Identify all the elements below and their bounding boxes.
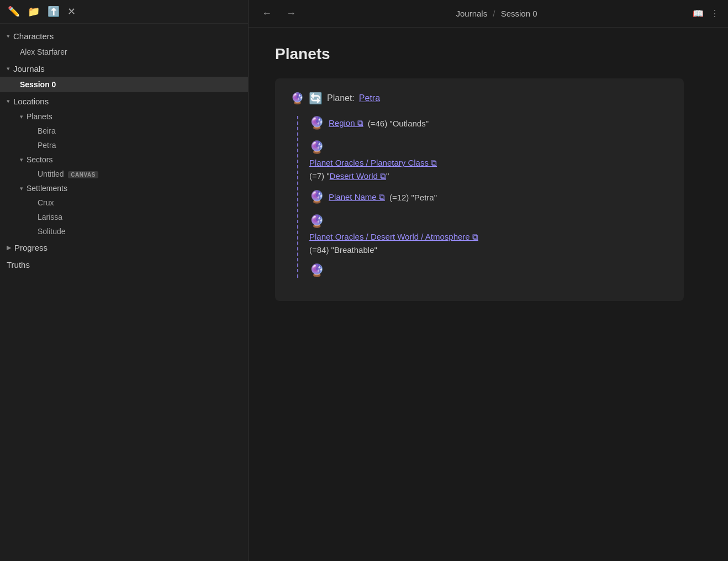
sidebar-item-beira[interactable]: Beira xyxy=(7,124,248,138)
oracle-row-region: 🔮 Region ⧉ (=46) "Outlands" xyxy=(309,116,668,130)
planet-name-globe-icon: 🔮 xyxy=(309,190,324,204)
tree-subgroup-settlements: ▾ Settlements Crux Larissa Solitude xyxy=(7,181,248,239)
planet-prefix: Planet: xyxy=(327,93,355,103)
progress-label: Progress xyxy=(14,243,48,252)
oracle-block-planetary-class-header: 🔮 xyxy=(309,140,668,155)
sectors-label: Sectors xyxy=(27,155,52,164)
tree-group-locations: ▾ Locations ▾ Planets Beira Petra ▾ xyxy=(0,93,248,239)
oracle-block-planetary-class-result: (=7) "Desert World ⧉" xyxy=(309,171,668,181)
characters-label: Characters xyxy=(13,31,54,41)
atmosphere-globe-icon: 🔮 xyxy=(309,214,324,229)
close-icon[interactable]: ✕ xyxy=(67,6,76,18)
region-globe-icon: 🔮 xyxy=(309,116,324,130)
sort-icon[interactable]: ⬆️ xyxy=(48,6,60,18)
sidebar-item-session0[interactable]: Session 0 xyxy=(0,77,248,92)
chevron-locations-icon: ▾ xyxy=(7,98,10,105)
tree-group-characters: ▾ Characters Alex Starfarer xyxy=(0,28,248,60)
page-title: Planets xyxy=(275,45,701,63)
tree-subgroup-planets: ▾ Planets Beira Petra xyxy=(7,109,248,152)
forward-button[interactable]: → xyxy=(282,6,300,22)
refresh-icon: 🔄 xyxy=(309,92,323,105)
breadcrumb-separator: / xyxy=(493,9,495,18)
sidebar-item-settlements[interactable]: ▾ Settlements xyxy=(7,181,248,195)
planetary-class-link[interactable]: Planet Oracles / Planetary Class ⧉ xyxy=(309,158,437,167)
sidebar-item-journals[interactable]: ▾ Journals xyxy=(0,61,248,77)
settlements-label: Settlements xyxy=(27,184,67,193)
atmosphere-result: (=84) "Breathable" xyxy=(309,245,377,255)
sidebar-item-progress[interactable]: ▶ Progress xyxy=(0,240,248,256)
content-card: 🔮 🔄 Planet: Petra 🔮 Region ⧉ (=46) "Outl… xyxy=(275,78,684,301)
sidebar-item-sectors[interactable]: ▾ Sectors xyxy=(7,152,248,167)
tree-group-truths: Truths xyxy=(0,257,248,273)
edit-icon[interactable]: ✏️ xyxy=(8,6,20,18)
folder-plus-icon[interactable]: 📁 xyxy=(28,6,40,18)
planet-name-link[interactable]: Planet Name ⧉ xyxy=(329,192,385,202)
tree-group-journals: ▾ Journals Session 0 xyxy=(0,61,248,92)
sidebar-item-locations[interactable]: ▾ Locations xyxy=(0,93,248,109)
locations-label: Locations xyxy=(13,97,49,106)
region-link[interactable]: Region ⧉ xyxy=(329,118,363,128)
atmosphere-link[interactable]: Planet Oracles / Desert World / Atmosphe… xyxy=(309,232,478,241)
planetary-class-result-prefix: (=7) " xyxy=(309,171,330,181)
planet-name-result: (=12) "Petra" xyxy=(389,193,437,202)
tree-subgroup-sectors: ▾ Sectors Untitled CANVAS xyxy=(7,152,248,181)
chevron-characters-icon: ▾ xyxy=(7,33,10,40)
planet-globe-icon: 🔮 xyxy=(291,92,304,105)
chevron-progress-icon: ▶ xyxy=(7,244,11,251)
back-button[interactable]: ← xyxy=(257,6,276,22)
chevron-sectors-icon: ▾ xyxy=(20,156,23,163)
oracle-block-planetary-class: 🔮 Planet Oracles / Planetary Class ⧉ (=7… xyxy=(309,140,668,181)
chevron-settlements-icon: ▾ xyxy=(20,185,23,192)
planetary-class-result-suffix: " xyxy=(386,171,389,181)
sidebar-content: ▾ Characters Alex Starfarer ▾ Journals S… xyxy=(0,24,248,278)
sidebar-item-crux[interactable]: Crux xyxy=(7,195,248,210)
oracle-block-atmosphere-header: 🔮 xyxy=(309,214,668,229)
planets-label: Planets xyxy=(27,112,52,121)
book-icon-button[interactable]: 📖 xyxy=(693,8,704,19)
region-result: (=46) "Outlands" xyxy=(368,119,429,128)
sidebar-item-larissa[interactable]: Larissa xyxy=(7,210,248,224)
main-body: Planets 🔮 🔄 Planet: Petra 🔮 Region ⧉ (=4… xyxy=(249,28,728,561)
final-globe-icon: 🔮 xyxy=(309,263,324,278)
oracle-block-atmosphere-result: (=84) "Breathable" xyxy=(309,245,668,255)
sidebar-item-alex-starfarer[interactable]: Alex Starfarer xyxy=(0,44,248,60)
breadcrumb-session: Session 0 xyxy=(501,9,537,18)
sidebar-item-characters[interactable]: ▾ Characters xyxy=(0,28,248,44)
planet-petra-link[interactable]: Petra xyxy=(359,93,380,103)
oracle-block-atmosphere: 🔮 Planet Oracles / Desert World / Atmosp… xyxy=(309,214,668,255)
sidebar-item-petra[interactable]: Petra xyxy=(7,138,248,152)
sidebar-item-solitude[interactable]: Solitude xyxy=(7,224,248,239)
sidebar-toolbar: ✏️ 📁 ⬆️ ✕ xyxy=(0,0,248,24)
breadcrumb: Journals / Session 0 xyxy=(306,9,687,18)
oracle-row-final: 🔮 xyxy=(309,263,668,278)
canvas-badge: CANVAS xyxy=(68,171,98,178)
desert-world-link[interactable]: Desert World ⧉ xyxy=(330,171,386,181)
oracle-row-planet-name: 🔮 Planet Name ⧉ (=12) "Petra" xyxy=(309,190,668,204)
planetary-class-globe-icon: 🔮 xyxy=(309,140,324,155)
tree-group-progress: ▶ Progress xyxy=(0,240,248,256)
chevron-planets-icon: ▾ xyxy=(20,113,23,120)
oracle-block-atmosphere-links: Planet Oracles / Desert World / Atmosphe… xyxy=(309,232,668,242)
oracle-block-planetary-class-links: Planet Oracles / Planetary Class ⧉ xyxy=(309,158,668,168)
sidebar: ✏️ 📁 ⬆️ ✕ ▾ Characters Alex Starfarer ▾ … xyxy=(0,0,249,561)
journals-label: Journals xyxy=(13,64,45,73)
breadcrumb-journals[interactable]: Journals xyxy=(456,9,487,18)
main-header: ← → Journals / Session 0 📖 ⋮ xyxy=(249,0,728,28)
sidebar-item-truths[interactable]: Truths xyxy=(0,257,248,273)
chevron-journals-icon: ▾ xyxy=(7,65,10,72)
main-panel: ← → Journals / Session 0 📖 ⋮ Planets 🔮 🔄… xyxy=(249,0,728,561)
indented-section: 🔮 Region ⧉ (=46) "Outlands" 🔮 Planet Ora… xyxy=(297,116,668,278)
more-options-button[interactable]: ⋮ xyxy=(710,8,719,19)
planet-header: 🔮 🔄 Planet: Petra xyxy=(291,92,668,105)
header-actions: 📖 ⋮ xyxy=(693,8,719,19)
truths-label: Truths xyxy=(7,260,30,269)
sidebar-item-untitled-canvas[interactable]: Untitled CANVAS xyxy=(7,167,248,181)
sidebar-item-planets[interactable]: ▾ Planets xyxy=(7,109,248,124)
